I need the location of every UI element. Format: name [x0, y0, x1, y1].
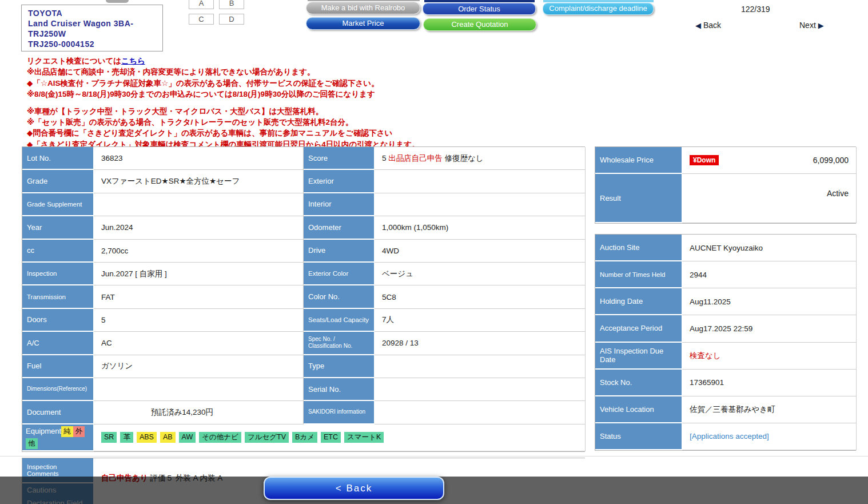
- equipment-chip-leather: 革: [120, 432, 133, 443]
- score-label: Score: [304, 147, 375, 170]
- next-nav-label: Next: [799, 21, 816, 30]
- auction-info-panel: Auction Site AUCNET Kyoyuzaiko Number of…: [595, 234, 856, 451]
- back-nav-link[interactable]: ◀ Back: [695, 21, 721, 30]
- divider-line: [0, 456, 868, 457]
- interior-value: [375, 193, 586, 216]
- grade-label: Grade: [22, 170, 94, 193]
- notice-line: ◆「☆AIS検査付・プラチナ保証対象車☆」の表示がある場合、付帯サービスの保証を…: [27, 78, 420, 89]
- result-label: Result: [595, 174, 682, 223]
- equipment-chip-tv: フルセグTV: [245, 432, 289, 443]
- drive-label: Drive: [304, 240, 375, 263]
- holding-date-label: Holding Date: [595, 288, 682, 315]
- odometer-label: Odometer: [304, 216, 375, 239]
- stock-no-value: 17365901: [682, 370, 857, 396]
- vehicle-chassis-no: TRJ250-0004152: [28, 39, 156, 49]
- make-bid-realrobo-button[interactable]: Make a bid with Realrobo: [306, 2, 420, 14]
- cc-value: 2,700cc: [94, 240, 304, 263]
- price-down-badge: ¥Down: [690, 155, 719, 165]
- color-no-label: Color No.: [304, 285, 375, 308]
- vehicle-location-label: Vehicle Location: [595, 396, 682, 423]
- equipment-legend-genuine: 純: [61, 426, 73, 437]
- spec-no-label: Spec No. / Classification No.: [304, 332, 375, 355]
- vehicle-model-code: TRJ250W: [28, 29, 156, 39]
- dimensions-label: Dimensions(Reference): [22, 378, 94, 401]
- equipment-chip-sr: SR: [101, 432, 117, 443]
- equipment-label-cell: Equipment純外 他: [22, 424, 94, 451]
- grade-value: VXファーストED★SR★全方位★セーフ: [94, 170, 304, 193]
- cutoff-button-stub: [424, 0, 535, 2]
- acceptance-period-value: Aug17.2025 22:59: [682, 315, 857, 342]
- ac-label: A/C: [22, 332, 94, 355]
- equipment-chip-abs: ABS: [137, 432, 157, 443]
- stock-no-label: Stock No.: [595, 370, 682, 396]
- spec-no-value: 20928 / 13: [375, 332, 586, 355]
- auction-site-label: Auction Site: [595, 235, 682, 261]
- type-value: [375, 355, 586, 378]
- score-number: 5: [382, 154, 387, 162]
- grade-button-c[interactable]: C: [189, 14, 214, 25]
- exterior-value: [375, 170, 586, 193]
- auction-site-value: AUCNET Kyoyuzaiko: [682, 235, 857, 261]
- doors-value: 5: [94, 309, 304, 332]
- page-counter: 122/319: [741, 5, 770, 14]
- notice-line: ※出品店舗にて商談中・売却済・内容変更等により落札できない場合があります。: [27, 66, 420, 77]
- result-value: Active: [682, 174, 857, 223]
- complaint-deadline-button[interactable]: Complaint/discharge deadline: [543, 3, 654, 15]
- spec-table: Lot No. 36823 Score 5 出品店自己申告 修復歴なし Grad…: [22, 146, 585, 452]
- wholesale-price-value: ¥Down 6,099,000: [682, 147, 857, 174]
- price-panel: Wholesale Price ¥Down 6,099,000 Result A…: [595, 146, 856, 224]
- vehicle-model: Land Cruiser Wagon 3BA-: [28, 18, 156, 29]
- exterior-color-label: Exterior Color: [304, 263, 375, 285]
- request-inspection-link[interactable]: こちら: [121, 57, 145, 65]
- create-quotation-button[interactable]: Create Quotation: [423, 18, 536, 31]
- equipment-legend-other: 他: [26, 438, 38, 449]
- seats-value: 7人: [375, 309, 586, 332]
- color-no-value: 5C8: [375, 285, 586, 308]
- equipment-chip-backcam: Bカメ: [292, 432, 317, 443]
- ac-value: AC: [94, 332, 304, 355]
- grade-button-d[interactable]: D: [219, 14, 244, 25]
- doors-label: Doors: [22, 309, 94, 332]
- wholesale-price-label: Wholesale Price: [595, 147, 682, 174]
- notice-line: ※車種が【トラック中型・トラック大型・マイクロバス・大型バス】は大型落札料。: [27, 106, 420, 117]
- equipment-items-cell: SR 革 ABS AB AW その他ナビ フルセグTV Bカメ ETC スマート…: [94, 424, 586, 451]
- holding-date-value: Aug11.2025: [682, 288, 857, 315]
- inspection-value: Jun.2027 [ 自家用 ]: [94, 263, 304, 285]
- seats-label: Seats/Load Capacity: [304, 309, 375, 332]
- year-label: Year: [22, 216, 94, 239]
- equipment-chip-ab: AB: [160, 432, 176, 443]
- sakidori-label: SAKIDORI information: [304, 401, 375, 424]
- times-held-label: Number of Times Held: [595, 261, 682, 288]
- score-note: 修復歴なし: [445, 153, 484, 164]
- type-label: Type: [304, 355, 375, 378]
- applications-accepted-link[interactable]: [Applications accepted]: [690, 432, 769, 440]
- inspection-label: Inspection: [22, 263, 94, 285]
- equipment-label: Equipment: [26, 427, 61, 435]
- acceptance-period-label: Acceptance Period: [595, 315, 682, 342]
- cc-label: cc: [22, 240, 94, 263]
- document-value: 預託済み14,230円: [94, 401, 304, 424]
- grade-button-a[interactable]: A: [189, 0, 214, 9]
- fuel-value: ガソリン: [94, 355, 304, 378]
- equipment-chip-nav: その他ナビ: [199, 432, 241, 443]
- status-label: Status: [595, 423, 682, 450]
- fuel-label: Fuel: [22, 355, 94, 378]
- grade-supplement-label: Grade Supplement: [22, 193, 94, 216]
- vehicle-maker: TOYOTA: [28, 8, 156, 18]
- market-price-button[interactable]: Market Price: [306, 17, 420, 30]
- times-held-value: 2944: [682, 261, 857, 288]
- cutoff-button-stub: [308, 0, 420, 1]
- order-status-button[interactable]: Order Status: [423, 3, 536, 15]
- next-nav-link[interactable]: Next ▶: [799, 21, 824, 30]
- wholesale-price-amount: 6,099,000: [813, 156, 849, 165]
- grade-button-b[interactable]: B: [219, 0, 244, 9]
- serial-no-label: Serial No.: [304, 378, 375, 401]
- vehicle-info-box: TOYOTA Land Cruiser Wagon 3BA- TRJ250W T…: [21, 5, 163, 51]
- back-button[interactable]: < Back: [264, 477, 444, 500]
- interior-label: Interior: [304, 193, 375, 216]
- transmission-value: FAT: [94, 285, 304, 308]
- cutoff-button-stub: [106, 0, 129, 3]
- notice-line: リクエスト検査についてはこちら: [27, 55, 420, 66]
- document-label: Document: [22, 401, 94, 424]
- notice-text: リクエスト検査については: [27, 57, 121, 65]
